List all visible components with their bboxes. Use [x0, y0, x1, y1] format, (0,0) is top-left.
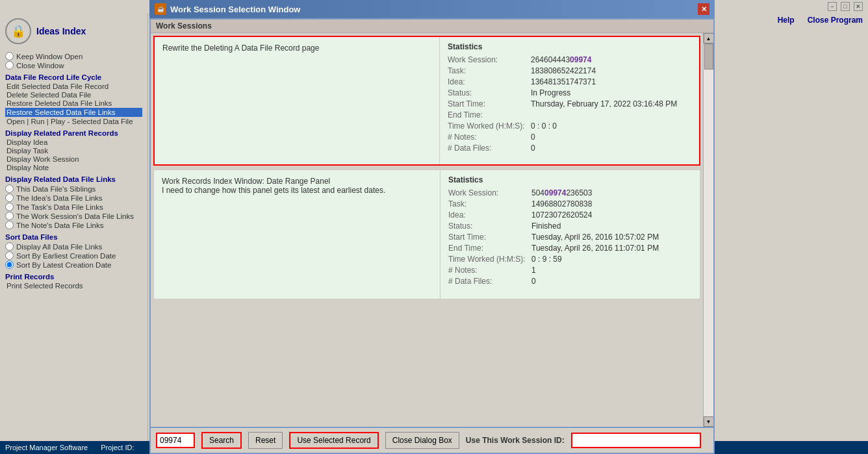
search-input[interactable]	[156, 433, 195, 448]
siblings-item[interactable]: This Data File's Siblings	[5, 184, 142, 193]
display-idea-link[interactable]: Display Idea	[5, 138, 142, 146]
print-selected-link[interactable]: Print Selected Records	[5, 282, 142, 290]
sort-earliest-radio[interactable]	[5, 251, 14, 260]
keep-window-radio[interactable]	[5, 52, 14, 60]
task-links-item[interactable]: The Task's Data File Links	[5, 203, 142, 211]
time-worked-value-2: 0 : 9 : 59	[531, 255, 562, 264]
modal-section-header: Work Sessions	[151, 19, 713, 33]
sort-latest-item[interactable]: Sort By Latest Creation Date	[5, 260, 142, 269]
keep-window-open-item[interactable]: Keep Window Open	[5, 52, 142, 60]
reset-button[interactable]: Reset	[248, 432, 283, 449]
idea-value-1: 136481351747371	[531, 77, 596, 86]
siblings-label: This Data File's Siblings	[16, 185, 96, 193]
sort-earliest-item[interactable]: Sort By Earliest Creation Date	[5, 251, 142, 260]
scroll-up-btn[interactable]: ▲	[704, 33, 714, 44]
start-label-1: Start Time:	[448, 99, 526, 108]
close-window-radio[interactable]	[5, 61, 14, 69]
modal-body: Work Sessions Rewrite the Deleting A Dat…	[149, 18, 715, 454]
display-task-link[interactable]: Display Task	[5, 147, 142, 155]
stat-data-files-2: # Data Files: 0	[448, 277, 692, 286]
modal-scrollbar[interactable]: ▲ ▼	[703, 33, 713, 427]
status-value-1: In Progress	[531, 88, 570, 97]
display-all-radio[interactable]	[5, 242, 14, 251]
session-desc-2: Work Records Index Window: Date Range Pa…	[154, 170, 440, 299]
maximize-btn[interactable]: □	[841, 2, 850, 11]
use-session-input[interactable]	[571, 433, 701, 448]
stat-start-1: Start Time: Thursday, February 17, 2022 …	[448, 99, 691, 108]
sort-latest-label: Sort By Latest Creation Date	[16, 261, 111, 269]
stat-idea-2: Idea: 10723072620524	[448, 210, 692, 220]
close-dialog-button[interactable]: Close Dialog Box	[385, 432, 459, 449]
task-links-label: The Task's Data File Links	[16, 203, 103, 211]
modal-content-wrapper: Rewrite the Deleting A Data File Record …	[151, 33, 713, 427]
sort-data-files-label: Sort Data Files	[5, 233, 142, 241]
stat-notes-2: # Notes: 1	[448, 266, 692, 275]
end-label-2: End Time:	[448, 244, 526, 253]
stat-start-2: Start Time: Tuesday, April 26, 2016 10:5…	[448, 233, 692, 242]
idea-label-1: Idea:	[448, 77, 526, 86]
search-button[interactable]: Search	[201, 432, 242, 449]
time-worked-label-2: Time Worked (H:M:S):	[448, 255, 526, 264]
modal-overlay: ☕ Work Session Selection Window ✕ Work S…	[149, 0, 715, 454]
data-files-value-2: 0	[531, 277, 536, 286]
display-note-link[interactable]: Display Note	[5, 164, 142, 171]
notes-value-2: 1	[531, 266, 536, 275]
stat-data-files-1: # Data Files: 0	[448, 144, 691, 153]
work-session-links-label: The Work Session's Data File Links	[16, 212, 134, 220]
sort-latest-radio[interactable]	[5, 260, 14, 269]
modal-bottom: Search Reset Use Selected Record Close D…	[151, 427, 713, 453]
open-run-play-link[interactable]: Open | Run | Play - Selected Data File	[5, 118, 142, 125]
display-work-session-link[interactable]: Display Work Session	[5, 155, 142, 163]
start-value-2: Tuesday, April 26, 2016 10:57:02 PM	[531, 233, 659, 242]
delete-selected-link[interactable]: Delete Selected Data File	[5, 91, 142, 99]
edit-selected-link[interactable]: Edit Selected Data File Record	[5, 82, 142, 90]
idea-links-radio[interactable]	[5, 194, 14, 202]
restore-selected-link[interactable]: Restore Selected Data File Links	[5, 108, 142, 117]
scroll-down-btn[interactable]: ▼	[704, 416, 714, 427]
notes-label-1: # Notes:	[448, 132, 526, 142]
stats-title-1: Statistics	[448, 42, 691, 51]
work-session-links-radio[interactable]	[5, 212, 14, 220]
idea-links-item[interactable]: The Idea's Data File Links	[5, 194, 142, 202]
close-program-link[interactable]: Close Program	[808, 16, 863, 25]
scrollbar-thumb[interactable]	[704, 44, 713, 69]
display-all-item[interactable]: Display All Data File Links	[5, 242, 142, 251]
modal-content-area[interactable]: Rewrite the Deleting A Data File Record …	[151, 33, 703, 427]
task-links-radio[interactable]	[5, 203, 14, 211]
ws-prefix-2: 504	[531, 188, 544, 197]
display-all-label: Display All Data File Links	[16, 243, 102, 251]
modal-close-button[interactable]: ✕	[698, 3, 709, 15]
restore-deleted-link[interactable]: Restore Deleted Data File Links	[5, 99, 142, 107]
stat-notes-1: # Notes: 0	[448, 132, 691, 142]
stats-title-2: Statistics	[448, 175, 692, 184]
session-record-2[interactable]: Work Records Index Window: Date Range Pa…	[153, 170, 700, 299]
session-desc-text-1: Rewrite the Deleting A Data File Record …	[162, 44, 319, 53]
session-desc-text-2: Work Records Index Window: Date Range Pa…	[162, 177, 385, 195]
java-icon: ☕	[155, 3, 166, 15]
siblings-radio[interactable]	[5, 184, 14, 193]
start-value-1: Thursday, February 17, 2022 03:16:48 PM	[531, 99, 677, 108]
work-session-links-item[interactable]: The Work Session's Data File Links	[5, 212, 142, 220]
data-files-value-1: 0	[531, 144, 535, 153]
note-links-item[interactable]: The Note's Data File Links	[5, 221, 142, 229]
note-links-radio[interactable]	[5, 221, 14, 229]
note-links-label: The Note's Data File Links	[16, 221, 104, 229]
idea-value-2: 10723072620524	[531, 210, 592, 220]
session-record-1[interactable]: Rewrite the Deleting A Data File Record …	[153, 36, 700, 166]
status-label-1: Status:	[448, 88, 526, 97]
work-session-label-2: Work Session:	[448, 188, 526, 197]
time-worked-label-1: Time Worked (H:M:S):	[448, 121, 526, 131]
close-window-item[interactable]: Close Window	[5, 61, 142, 69]
scrollbar-track[interactable]	[704, 44, 714, 416]
stat-status-1: Status: In Progress	[448, 88, 691, 97]
use-selected-button[interactable]: Use Selected Record	[289, 432, 378, 449]
minimize-btn[interactable]: −	[828, 2, 837, 11]
task-label-2: Task:	[448, 199, 526, 208]
end-value-2: Tuesday, April 26, 2016 11:07:01 PM	[531, 244, 659, 253]
stat-status-2: Status: Finished	[448, 221, 692, 231]
task-value-2: 14968802780838	[531, 199, 592, 208]
session-stats-1: Statistics Work Session: 26460444309974 …	[439, 37, 699, 164]
app-close-btn[interactable]: ✕	[854, 2, 863, 11]
help-link[interactable]: Help	[778, 16, 795, 25]
notes-value-1: 0	[531, 132, 535, 142]
